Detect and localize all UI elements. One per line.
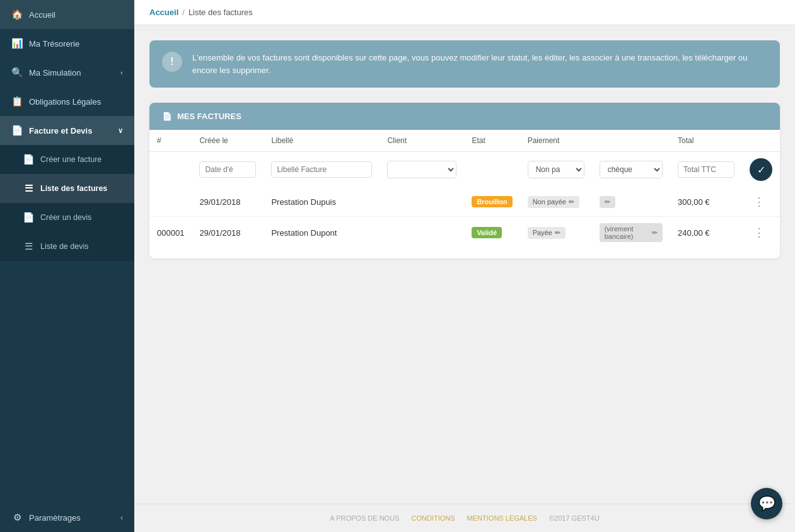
row1-etat-badge: Brouillon (472, 196, 512, 207)
filter-client-select[interactable] (387, 161, 456, 178)
filter-libelle-cell (264, 152, 380, 188)
factures-card: 📄 MES FACTURES # Créée le Libellé Client… (149, 103, 780, 258)
breadcrumb-home[interactable]: Accueil (149, 8, 178, 17)
card-title: MES FACTURES (177, 112, 241, 121)
row2-paiement-badge: Payée ✏ (528, 227, 566, 239)
row1-paiement-badge: Non payée ✏ (528, 196, 579, 208)
row2-id: 000001 (149, 217, 192, 249)
col-id: # (149, 130, 192, 152)
row2-paiement: Payée ✏ (520, 217, 592, 249)
col-paiement: Paiement (520, 130, 670, 152)
chat-button[interactable]: 💬 (751, 488, 782, 519)
filter-client-cell (380, 152, 464, 188)
info-banner: ! L'ensemble de vos factures sont dispon… (149, 40, 780, 88)
chevron-parametrages-icon: ‹ (120, 514, 123, 521)
filter-paiement-cell: Non pa (520, 152, 592, 188)
creer-devis-icon: 📄 (23, 212, 34, 223)
factures-table: # Créée le Libellé Client Etat Paiement … (149, 130, 780, 248)
row2-mode: (virement bancaire) ✏ (592, 217, 670, 249)
sidebar-item-facture-devis[interactable]: 📄 Facture et Devis ∨ (0, 116, 134, 145)
col-actions (742, 130, 780, 152)
tresorerie-icon: 📊 (11, 38, 23, 49)
sidebar-item-liste-factures[interactable]: ☰ Liste des factures (0, 174, 134, 203)
sidebar-item-simulation[interactable]: 🔍 Ma Simulation ‹ (0, 58, 134, 87)
filter-date-cell (192, 152, 264, 188)
filter-id-cell (149, 152, 192, 188)
filter-mode-select[interactable]: chèque (600, 161, 663, 178)
filter-total-input[interactable] (678, 161, 734, 178)
row1-etat: Brouillon (464, 187, 519, 217)
row1-mode: ✏ (592, 187, 670, 217)
breadcrumb: Accueil / Liste des factures (134, 0, 795, 25)
liste-factures-icon: ☰ (23, 183, 34, 194)
row1-libelle: Prestation Dupuis (264, 187, 380, 217)
sidebar-item-parametrages[interactable]: ⚙ Paramètrages ‹ (0, 503, 134, 532)
filter-paiement-select[interactable]: Non pa (528, 161, 584, 178)
home-icon: 🏠 (11, 9, 23, 20)
row2-etat-badge: Validé (472, 227, 502, 238)
sidebar-item-obligations[interactable]: 📋 Obligations Légales (0, 87, 134, 116)
sidebar-item-creer-facture[interactable]: 📄 Créer une facture (0, 145, 134, 174)
row2-paiement-edit-icon[interactable]: ✏ (555, 229, 560, 237)
facture-icon: 📄 (11, 125, 23, 136)
col-date: Créée le (192, 130, 264, 152)
chat-icon: 💬 (758, 495, 775, 512)
footer: A PROPOS DE NOUS CONDITIONS MENTIONS LÉG… (134, 504, 795, 532)
filter-etat-cell (464, 152, 519, 188)
sidebar-item-tresorerie[interactable]: 📊 Ma Trésorerie (0, 29, 134, 58)
facture-submenu: 📄 Créer une facture ☰ Liste des factures… (0, 145, 134, 261)
row1-more-button[interactable]: ⋮ (750, 194, 769, 210)
filter-row: Non pa chèque (149, 152, 780, 188)
breadcrumb-current: Liste des factures (189, 8, 253, 17)
col-etat: Etat (464, 130, 519, 152)
liste-devis-icon: ☰ (23, 241, 34, 252)
row2-mode-badge: (virement bancaire) ✏ (600, 223, 663, 242)
filter-date-input[interactable] (199, 161, 256, 178)
footer-conditions-link[interactable]: CONDITIONS (411, 514, 455, 522)
chevron-simulation-icon: ‹ (120, 69, 123, 76)
parametrages-icon: ⚙ (11, 512, 23, 523)
col-total: Total (670, 130, 742, 152)
sidebar: 🏠 Accueil 📊 Ma Trésorerie 🔍 Ma Simulatio… (0, 0, 134, 532)
creer-facture-icon: 📄 (23, 154, 34, 165)
filter-confirm-cell: ✓ (742, 152, 780, 188)
simulation-icon: 🔍 (11, 67, 23, 78)
sidebar-item-accueil[interactable]: 🏠 Accueil (0, 0, 134, 29)
row2-total: 240,00 € (670, 217, 742, 249)
page-content: ! L'ensemble de vos factures sont dispon… (134, 25, 795, 504)
main-content: Accueil / Liste des factures ! L'ensembl… (134, 0, 795, 532)
row2-more-button[interactable]: ⋮ (750, 224, 769, 241)
col-libelle: Libellé (264, 130, 380, 152)
row1-mode-badge: ✏ (600, 196, 615, 208)
row1-paiement: Non payée ✏ (520, 187, 592, 217)
row1-paiement-edit-icon[interactable]: ✏ (569, 198, 574, 206)
row2-libelle: Prestation Dupont (264, 217, 380, 249)
info-text: L'ensemble de vos factures sont disponib… (192, 52, 767, 76)
card-header: 📄 MES FACTURES (149, 103, 780, 130)
breadcrumb-separator: / (182, 8, 185, 17)
filter-libelle-input[interactable] (271, 161, 372, 178)
row2-client (380, 217, 464, 249)
card-header-icon: 📄 (162, 112, 172, 121)
table-row: 000001 29/01/2018 Prestation Dupont Vali… (149, 217, 780, 249)
col-client: Client (380, 130, 464, 152)
row1-mode-pencil-icon[interactable]: ✏ (605, 198, 610, 206)
table-wrapper: # Créée le Libellé Client Etat Paiement … (149, 130, 780, 258)
obligations-icon: 📋 (11, 96, 23, 107)
row1-date: 29/01/2018 (192, 187, 264, 217)
sidebar-item-creer-devis[interactable]: 📄 Créer un devis (0, 203, 134, 232)
row1-total: 300,00 € (670, 187, 742, 217)
row1-client (380, 187, 464, 217)
row2-date: 29/01/2018 (192, 217, 264, 249)
row2-mode-pencil-icon[interactable]: ✏ (652, 229, 658, 237)
sidebar-item-liste-devis[interactable]: ☰ Liste de devis (0, 232, 134, 261)
footer-copyright: ©2017 GEST4U (549, 514, 600, 522)
footer-about-link[interactable]: A PROPOS DE NOUS (330, 514, 399, 522)
row2-etat: Validé (464, 217, 519, 249)
info-icon: ! (162, 52, 182, 72)
footer-mentions-link[interactable]: MENTIONS LÉGALES (467, 514, 537, 522)
row1-id (149, 187, 192, 217)
row1-actions: ⋮ (742, 187, 780, 217)
filter-confirm-button[interactable]: ✓ (750, 158, 772, 181)
table-row: 29/01/2018 Prestation Dupuis Brouillon N… (149, 187, 780, 217)
